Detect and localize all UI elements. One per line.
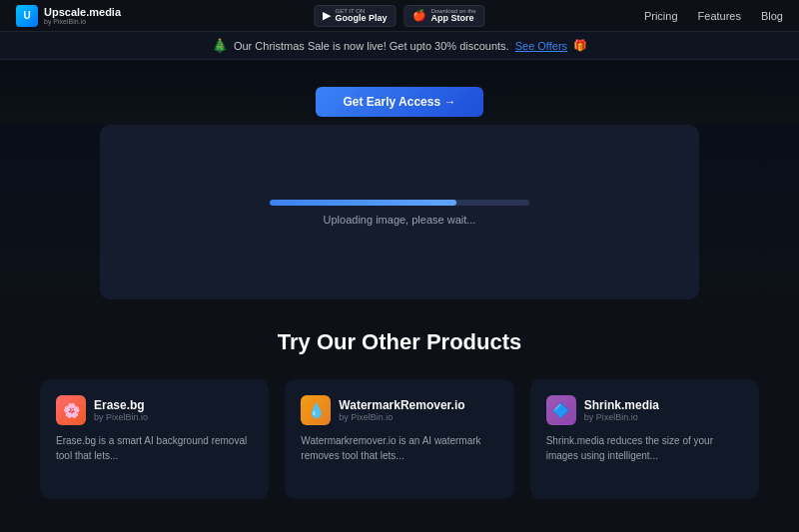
promo-link[interactable]: See Offers — [515, 40, 567, 52]
logo-text: Upscale.media by PixelBin.io — [44, 7, 121, 25]
erasebg-logo: 🌸 — [56, 395, 86, 425]
watermark-desc: Watermarkremover.io is an AI watermark r… — [301, 433, 497, 463]
header: U Upscale.media by PixelBin.io ▶ GET IT … — [0, 0, 799, 32]
promo-text: Our Christmas Sale is now live! Get upto… — [234, 40, 509, 52]
products-grid: 🌸 Erase.bg by PixelBin.io Erase.bg is a … — [40, 379, 759, 499]
watermark-name: WatermarkRemover.io — [339, 398, 464, 412]
progress-container: Uploading image, please wait... — [270, 200, 529, 226]
watermark-sub: by PixelBin.io — [339, 412, 464, 422]
logo-name: Upscale.media — [44, 7, 121, 18]
erasebg-name-area: Erase.bg by PixelBin.io — [94, 398, 148, 422]
product-card-erasebg[interactable]: 🌸 Erase.bg by PixelBin.io Erase.bg is a … — [40, 379, 269, 499]
promo-bar: 🎄 Our Christmas Sale is now live! Get up… — [0, 32, 799, 60]
products-section: Try Our Other Products 🌸 Erase.bg by Pix… — [0, 299, 799, 519]
logo-icon: U — [16, 5, 38, 27]
erasebg-desc: Erase.bg is a smart AI background remova… — [56, 433, 253, 463]
shrink-sub: by PixelBin.io — [584, 412, 659, 422]
promo-gift-icon: 🎁 — [573, 39, 587, 52]
product-header-shrink: 🔷 Shrink.media by PixelBin.io — [546, 395, 743, 425]
product-card-shrink[interactable]: 🔷 Shrink.media by PixelBin.io Shrink.med… — [530, 379, 759, 499]
promo-icon: 🎄 — [212, 38, 228, 53]
upload-box: Uploading image, please wait... — [100, 125, 699, 299]
progress-text: Uploading image, please wait... — [324, 214, 476, 226]
nav-features[interactable]: Features — [698, 10, 741, 22]
erasebg-sub: by PixelBin.io — [94, 412, 148, 422]
product-header-erasebg: 🌸 Erase.bg by PixelBin.io — [56, 395, 253, 425]
shrink-name-area: Shrink.media by PixelBin.io — [584, 398, 659, 422]
watermark-logo: 💧 — [301, 395, 331, 425]
google-play-icon: ▶ — [323, 9, 331, 22]
nav-blog[interactable]: Blog — [761, 10, 783, 22]
logo-area: U Upscale.media by PixelBin.io — [16, 5, 121, 27]
products-title: Try Our Other Products — [40, 329, 759, 355]
apple-icon: 🍎 — [412, 9, 426, 22]
erasebg-name: Erase.bg — [94, 398, 148, 412]
watermark-name-area: WatermarkRemover.io by PixelBin.io — [339, 398, 464, 422]
google-play-text: GET IT ON Google Play — [335, 8, 387, 23]
app-badges: ▶ GET IT ON Google Play 🍎 Download on th… — [314, 5, 484, 27]
product-header-watermark: 💧 WatermarkRemover.io by PixelBin.io — [301, 395, 497, 425]
upload-wrapper: Uploading image, please wait... — [0, 125, 799, 299]
progress-bar-fill — [270, 200, 456, 206]
google-play-badge[interactable]: ▶ GET IT ON Google Play — [314, 5, 396, 27]
shrink-logo: 🔷 — [546, 395, 576, 425]
shrink-name: Shrink.media — [584, 398, 659, 412]
app-store-text: Download on the App Store — [430, 8, 475, 23]
logo-sub: by PixelBin.io — [44, 18, 121, 25]
nav-pricing[interactable]: Pricing — [644, 10, 678, 22]
progress-bar-track — [270, 200, 529, 206]
product-card-watermark[interactable]: 💧 WatermarkRemover.io by PixelBin.io Wat… — [285, 379, 513, 499]
shrink-desc: Shrink.media reduces the size of your im… — [546, 433, 743, 463]
get-access-button[interactable]: Get Early Access → — [316, 87, 484, 117]
header-nav: Pricing Features Blog — [644, 10, 783, 22]
app-store-badge[interactable]: 🍎 Download on the App Store — [403, 5, 484, 27]
app-store-name: App Store — [430, 14, 475, 23]
google-play-name: Google Play — [335, 14, 387, 23]
hero-section: Get Early Access → — [0, 60, 799, 125]
